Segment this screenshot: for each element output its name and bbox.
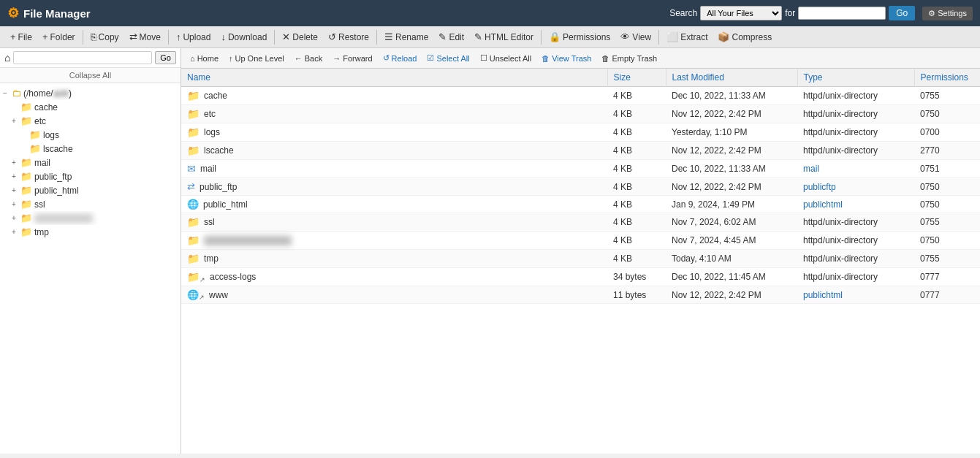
tree-item-etc[interactable]: + 📁 etc — [0, 114, 181, 128]
cell-name[interactable]: 📁tmp — [181, 250, 607, 268]
restore-button[interactable]: ↺ Restore — [324, 29, 373, 45]
col-size[interactable]: Size — [607, 69, 666, 87]
rename-icon: ☰ — [384, 31, 393, 42]
path-input[interactable] — [13, 51, 152, 64]
view-trash-button[interactable]: 🗑 View Trash — [537, 52, 596, 65]
table-row[interactable]: 📁etc 4 KB Nov 12, 2022, 2:42 PM httpd/un… — [181, 105, 980, 123]
home-nav-button[interactable]: ⌂ Home — [186, 52, 223, 65]
table-row[interactable]: 🌐public_html 4 KB Jan 9, 2024, 1:49 PM p… — [181, 196, 980, 213]
tree-item-public-html[interactable]: + 📁 public_html — [0, 183, 181, 197]
path-go-button[interactable]: Go — [155, 51, 176, 64]
folder-icon: 📁 — [187, 108, 200, 120]
compress-button[interactable]: 📦 Compress — [713, 29, 776, 45]
cell-name[interactable]: 📁lscache — [181, 142, 607, 160]
table-row[interactable]: ✉mail 4 KB Dec 10, 2022, 11:33 AM mail 0… — [181, 160, 980, 178]
cell-permissions: 0777 — [914, 268, 980, 286]
forward-button[interactable]: → Forward — [328, 52, 376, 65]
file-name: cache — [204, 91, 227, 101]
select-all-button[interactable]: ☑ Select All — [422, 51, 474, 65]
table-row[interactable]: 📁↗access-logs 34 bytes Dec 10, 2022, 11:… — [181, 268, 980, 286]
rename-button[interactable]: ☰ Rename — [380, 29, 433, 45]
html-editor-button[interactable]: ✎ HTML Editor — [470, 29, 538, 45]
table-row[interactable]: ⇄public_ftp 4 KB Nov 12, 2022, 2:42 PM p… — [181, 178, 980, 196]
table-row[interactable]: 📁tmp 4 KB Today, 4:10 AM httpd/unix-dire… — [181, 250, 980, 268]
cell-name[interactable]: 📁 — [181, 232, 607, 250]
download-button[interactable]: ↓ Download — [216, 29, 271, 45]
cell-type: publichtml — [797, 196, 914, 213]
expand-icon-ssl: + — [12, 200, 19, 208]
reload-icon: ↺ — [383, 53, 390, 63]
unselect-icon: ☐ — [480, 53, 487, 63]
tree-item-hidden1[interactable]: + 📁 — [0, 211, 181, 225]
cell-permissions: 0700 — [914, 123, 980, 142]
tree-item-tmp[interactable]: + 📁 tmp — [0, 225, 181, 239]
table-row[interactable]: 📁 4 KB Nov 7, 2024, 4:45 AM httpd/unix-d… — [181, 232, 980, 250]
empty-trash-button[interactable]: 🗑 Empty Trash — [597, 52, 661, 65]
copy-button[interactable]: ⎘ Copy — [86, 29, 124, 45]
cell-name[interactable]: ⇄public_ftp — [181, 178, 607, 196]
cell-type: publichtml — [797, 286, 914, 304]
tree-label-hidden1 — [34, 214, 93, 223]
tree-item-mail[interactable]: + 📁 mail — [0, 156, 181, 169]
toolbar-separator5 — [541, 30, 542, 45]
cell-permissions: 0755 — [914, 213, 980, 232]
upload-button[interactable]: ↑ Upload — [172, 29, 216, 45]
home-icon-nav: ⌂ — [190, 54, 195, 63]
up-one-level-button[interactable]: ↑ Up One Level — [224, 52, 289, 65]
folder-icon-ssl: 📁 — [20, 199, 32, 210]
table-row[interactable]: 📁lscache 4 KB Nov 12, 2022, 2:42 PM http… — [181, 142, 980, 160]
topbar: ⚙ File Manager Search All Your Files Fil… — [0, 0, 980, 26]
search-scope-select[interactable]: All Your Files File Names Only — [700, 6, 782, 20]
collapse-all-button[interactable]: Collapse All — [0, 68, 181, 83]
folder-icon: 📁 — [187, 216, 200, 228]
settings-button[interactable]: ⚙ Settings — [922, 7, 973, 20]
unselect-all-button[interactable]: ☐ Unselect All — [476, 51, 536, 65]
cell-name[interactable]: ✉mail — [181, 160, 607, 178]
search-go-button[interactable]: Go — [889, 6, 915, 20]
cell-size: 4 KB — [607, 105, 666, 123]
reload-button[interactable]: ↺ Reload — [379, 51, 422, 65]
toolbar-separator — [83, 30, 83, 45]
search-area: Search All Your Files File Names Only fo… — [669, 6, 973, 20]
home-icon: ⌂ — [4, 52, 10, 64]
table-row[interactable]: 🌐↗www 11 bytes Nov 12, 2022, 2:42 PM pub… — [181, 286, 980, 304]
table-header-row: Name Size Last Modified Type Permissions — [181, 69, 980, 87]
col-modified[interactable]: Last Modified — [666, 69, 797, 87]
cell-name[interactable]: 🌐public_html — [181, 196, 607, 213]
copy-icon: ⎘ — [91, 31, 96, 42]
col-name[interactable]: Name — [181, 69, 607, 87]
tree-item-public-ftp[interactable]: + 📁 public_ftp — [0, 169, 181, 183]
delete-button[interactable]: ✕ Delete — [278, 29, 322, 45]
download-icon: ↓ — [221, 31, 226, 42]
tree-item-cache[interactable]: 📁 cache — [0, 100, 181, 114]
col-permissions[interactable]: Permissions — [914, 69, 980, 87]
back-button[interactable]: ← Back — [290, 52, 327, 65]
cell-size: 4 KB — [607, 160, 666, 178]
tree-item-logs[interactable]: 📁 logs — [0, 128, 181, 142]
extract-button[interactable]: ⬜ Extract — [662, 29, 712, 45]
col-type[interactable]: Type — [797, 69, 914, 87]
permissions-button[interactable]: 🔒 Permissions — [544, 29, 615, 45]
tree-item-ssl[interactable]: + 📁 ssl — [0, 197, 181, 211]
tree-label-logs: logs — [43, 130, 59, 140]
search-input[interactable] — [798, 7, 886, 20]
table-row[interactable]: 📁logs 4 KB Yesterday, 1:10 PM httpd/unix… — [181, 123, 980, 142]
folder-icon: 📁 — [187, 126, 200, 138]
edit-button[interactable]: ✎ Edit — [434, 29, 468, 45]
view-button[interactable]: 👁 View — [616, 29, 656, 45]
move-button[interactable]: ⇄ Move — [125, 29, 165, 45]
add-folder-button[interactable]: + Folder — [38, 29, 80, 45]
add-file-button[interactable]: + File — [6, 29, 37, 45]
cell-name[interactable]: 🌐↗www — [181, 286, 607, 304]
tree-item-root[interactable]: − 🗀 (/home/ackl) — [0, 86, 181, 100]
cell-name[interactable]: 📁logs — [181, 123, 607, 142]
table-row[interactable]: 📁ssl 4 KB Nov 7, 2024, 6:02 AM httpd/uni… — [181, 213, 980, 232]
cell-name[interactable]: 📁↗access-logs — [181, 268, 607, 286]
folder-icon: 📁 — [187, 253, 200, 264]
tree-item-lscache[interactable]: 📁 lscache — [0, 142, 181, 156]
cell-name[interactable]: 📁cache — [181, 87, 607, 105]
cell-name[interactable]: 📁ssl — [181, 213, 607, 232]
cell-name[interactable]: 📁etc — [181, 105, 607, 123]
table-row[interactable]: 📁cache 4 KB Dec 10, 2022, 11:33 AM httpd… — [181, 87, 980, 105]
cell-permissions: 0750 — [914, 105, 980, 123]
